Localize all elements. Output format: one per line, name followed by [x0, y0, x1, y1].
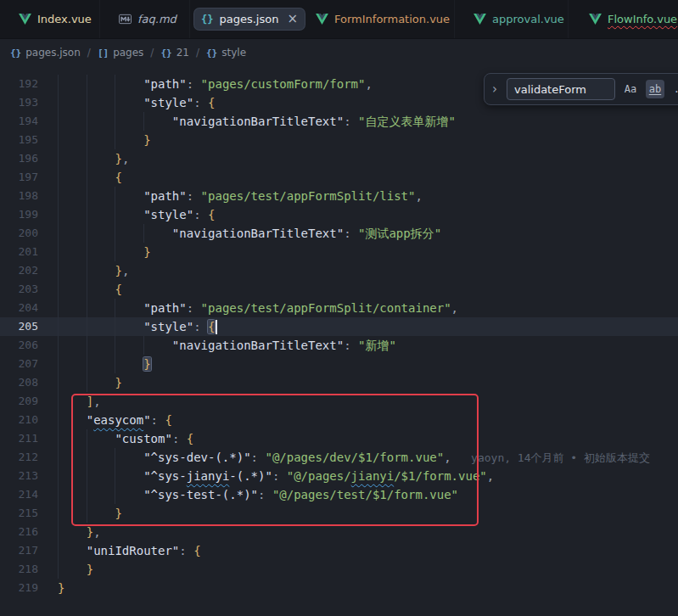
token-sp [58, 245, 143, 259]
token-pun: , [415, 189, 422, 203]
code-line-198[interactable]: 198 "path": "pages/test/appFormSplit/lis… [0, 187, 678, 205]
indent-guide [87, 504, 87, 523]
code-line-219[interactable]: 219} [0, 579, 678, 597]
tab-flowinfo-vue[interactable]: FlowInfo.vue [570, 0, 678, 38]
code-line-205[interactable]: 205 "style": { [0, 317, 678, 336]
code-line-194[interactable]: 194 "navigationBarTitleText": "自定义表单新增" [0, 112, 678, 131]
token-brace: { [208, 208, 215, 221]
code-line-212[interactable]: 212 "^sys-dev-(.*)": "@/pages/dev/$1/for… [0, 448, 678, 467]
code-line-215[interactable]: 215 } [0, 504, 678, 523]
token-pun: , [93, 525, 100, 539]
tab-approval-vue[interactable]: approval.vue [455, 0, 569, 38]
breadcrumb-item-21[interactable]: {}21 [160, 47, 189, 59]
token-sp [58, 357, 143, 371]
code-line-210[interactable]: 210 "easycom": { [0, 411, 678, 429]
tab-index-vue[interactable]: Index.vue [0, 0, 100, 38]
code-line-206[interactable]: 206 "navigationBarTitleText": "新增" [0, 336, 678, 355]
indent-guide [87, 112, 87, 131]
token-str: "pages/test/appFormSplit/list" [201, 189, 416, 203]
indent-guide [115, 243, 115, 261]
token-sp [58, 320, 143, 333]
token-pun: : [344, 227, 358, 240]
breadcrumb-label: pages.json [25, 47, 81, 59]
token-sp [58, 133, 143, 147]
find-input[interactable] [507, 78, 615, 100]
token-pun: : [193, 96, 208, 109]
regex-button[interactable]: .* [670, 80, 678, 98]
line-number: 197 [0, 168, 38, 187]
match-case-button[interactable]: Aa [621, 80, 640, 98]
tab-forminformation-vue[interactable]: FormInformation.vue [297, 0, 455, 38]
code-line-197[interactable]: 197 { [0, 168, 678, 187]
token-pun: : [272, 469, 287, 483]
indent-guide [87, 355, 87, 373]
tab-pages-json[interactable]: {}pages.json× [190, 0, 297, 38]
code-line-218[interactable]: 218 } [0, 560, 678, 579]
token-brace: } [115, 376, 121, 389]
indent-guide [87, 317, 87, 336]
line-number: 202 [0, 261, 38, 280]
indent-guide [58, 168, 59, 187]
editor[interactable]: 192 "path": "pages/customForm/form",193 … [0, 67, 678, 616]
token-bm: { [208, 320, 215, 333]
breadcrumb-item-pages-json[interactable]: {}pages.json [10, 47, 81, 59]
token-bm: } [143, 357, 150, 371]
whole-word-button[interactable]: ab [646, 80, 664, 98]
breadcrumb-item-style[interactable]: {}style [206, 47, 246, 59]
code-line-199[interactable]: 199 "style": { [0, 205, 678, 224]
breadcrumb: {}pages.json/[]pages/{}21/{}style [0, 38, 678, 67]
token-key: -(.*)" [229, 469, 272, 483]
line-number: 195 [0, 131, 38, 149]
token-brace: } [58, 581, 64, 595]
breadcrumb-item-pages[interactable]: []pages [98, 47, 143, 59]
code-line-207[interactable]: 207 } [0, 355, 678, 373]
line-number: 206 [0, 336, 38, 355]
indent-guide [87, 485, 87, 504]
code-line-196[interactable]: 196 }, [0, 149, 678, 168]
code-line-208[interactable]: 208 } [0, 373, 678, 392]
token-pun: : [193, 320, 208, 333]
indent-guide [87, 168, 87, 187]
token-sp [58, 544, 87, 557]
code-line-204[interactable]: 204 "path": "pages/test/appFormSplit/con… [0, 299, 678, 317]
code-line-217[interactable]: 217 "uniIdRouter": { [0, 541, 678, 560]
indent-guide [143, 224, 144, 243]
token-pun: : [344, 339, 358, 352]
code-line-200[interactable]: 200 "navigationBarTitleText": "测试app拆分" [0, 224, 678, 243]
toggle-replace-chevron-icon[interactable]: › [492, 81, 501, 97]
code-line-202[interactable]: 202 }, [0, 261, 678, 280]
tab-faq-md[interactable]: faq.md [100, 0, 190, 38]
indent-guide [58, 243, 59, 261]
line-number: 201 [0, 243, 38, 261]
token-key: "navigationBarTitleText" [172, 115, 344, 128]
code-line-211[interactable]: 211 "custom": { [0, 429, 678, 448]
code-line-216[interactable]: 216 }, [0, 523, 678, 541]
line-number: 198 [0, 187, 38, 205]
code-line-195[interactable]: 195 } [0, 131, 678, 149]
token-pun: , [93, 395, 100, 408]
token-brace: { [193, 544, 200, 557]
line-number: 199 [0, 205, 38, 224]
code-line-213[interactable]: 213 "^sys-jianyi-(.*)": "@/pages/jianyi/… [0, 467, 678, 485]
token-key: "uniIdRouter" [87, 544, 180, 557]
indent-guide [87, 429, 87, 448]
indent-guide [87, 261, 87, 280]
code-line-201[interactable]: 201 } [0, 243, 678, 261]
token-str: "pages/customForm/form" [201, 77, 366, 91]
indent-guide [115, 467, 115, 485]
token-brace: ] [87, 395, 93, 408]
code-line-209[interactable]: 209 ], [0, 392, 678, 411]
breadcrumb-label: 21 [177, 47, 189, 59]
tab-label: pages.json [219, 13, 278, 25]
indent-guide [58, 261, 59, 280]
token-brace: { [115, 283, 121, 296]
code-line-214[interactable]: 214 "^sys-test-(.*)": "@/pages/test/$1/f… [0, 485, 678, 504]
token-brace: { [208, 96, 215, 109]
code-line-203[interactable]: 203 { [0, 280, 678, 299]
token-pun: , [487, 469, 494, 483]
indent-guide [58, 317, 59, 336]
indent-guide [58, 429, 59, 448]
vue-icon [316, 14, 328, 25]
indent-guide [58, 131, 59, 149]
token-brace: { [165, 413, 171, 427]
